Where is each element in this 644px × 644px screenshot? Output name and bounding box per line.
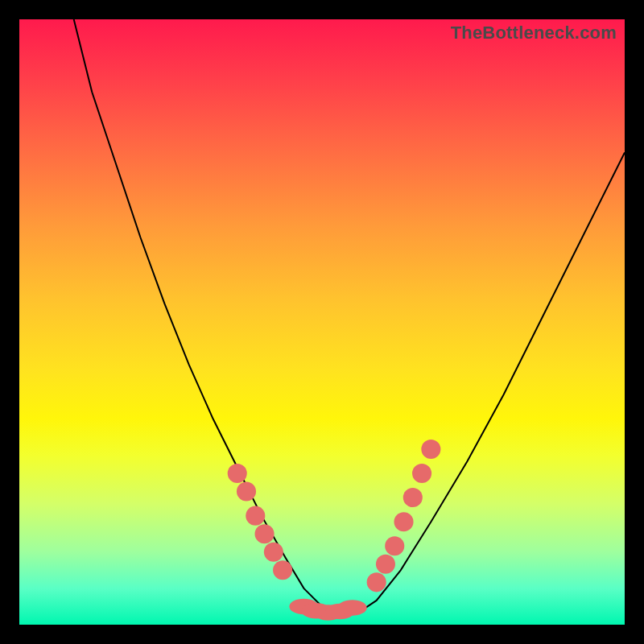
data-marker [376,555,395,574]
plot-area: TheBottleneck.com [19,19,625,625]
data-marker [403,488,423,507]
data-marker [394,512,413,531]
data-marker [264,543,283,562]
data-marker [367,572,386,592]
data-marker [412,464,431,483]
data-marker [228,464,247,483]
data-marker [246,506,265,526]
chart-svg [19,19,625,625]
data-marker [237,482,256,502]
marker-cluster-right [367,440,441,592]
data-marker [273,560,292,580]
marker-cluster-left [228,464,292,580]
chart-frame: TheBottleneck.com [0,0,644,644]
data-marker [385,536,404,555]
marker-cluster-bottom [289,599,366,621]
data-marker [338,600,367,616]
bottleneck-curve [74,19,625,613]
data-marker [421,440,440,459]
data-marker [255,524,275,543]
